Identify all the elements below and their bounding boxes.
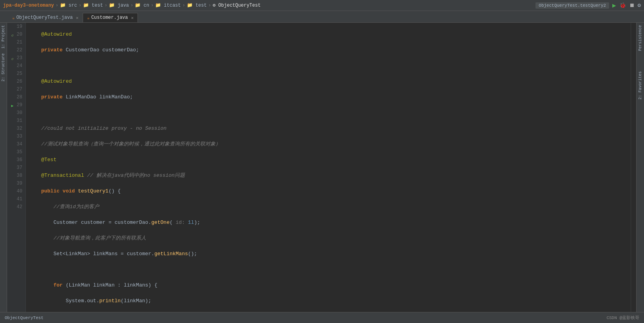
code-line-20: private CustomerDao customerDao; bbox=[29, 46, 631, 54]
ln-36: 36 bbox=[9, 156, 22, 164]
code-line-31: Customer customer = customerDao.getOne( … bbox=[29, 219, 631, 227]
ln-22: 22 bbox=[9, 46, 22, 54]
ln-33: 33 bbox=[9, 132, 22, 140]
code-line-23: private LinkManDao linkManDao; bbox=[29, 93, 631, 101]
ln-40: 40 bbox=[9, 187, 22, 195]
line-numbers: 19 ↺20 21 22 ↺23 24 25 26 27 28 ▶29 30 3… bbox=[7, 23, 26, 312]
settings-button[interactable]: ⚙ bbox=[638, 2, 641, 9]
run-button[interactable]: ▶ bbox=[612, 2, 616, 9]
ln-icon-42 bbox=[10, 204, 15, 210]
ln-icon-37 bbox=[10, 165, 15, 171]
breadcrumb: jpa-day3-onetomany › 📁 src › 📁 test › 📁 … bbox=[3, 2, 260, 8]
tabs-bar: ☕ ObjectQueryTest.java ✕ ☕ Customer.java… bbox=[0, 11, 644, 23]
ln-41: 41 bbox=[9, 195, 22, 203]
ln-icon-32 bbox=[10, 126, 15, 131]
tab-objectquerytest[interactable]: ☕ ObjectQueryTest.java ✕ bbox=[8, 13, 83, 22]
code-line-21 bbox=[29, 62, 631, 70]
code-line-25: //could not initialize proxy - no Sessio… bbox=[29, 125, 631, 132]
code-line-33: Set<LinkMan> linkMans = customer.getLink… bbox=[29, 250, 631, 258]
ln-39: 39 bbox=[9, 180, 22, 187]
tab-customer-label: Customer.java bbox=[91, 15, 128, 20]
ln-icon-34 bbox=[10, 142, 15, 147]
ln-32: 32 bbox=[9, 125, 22, 132]
ln-icon-28 bbox=[10, 94, 15, 100]
code-line-30: //查询id为1的客户 bbox=[29, 203, 631, 211]
breadcrumb-test1[interactable]: 📁 test bbox=[83, 2, 103, 8]
ln-26: 26 bbox=[9, 78, 22, 85]
status-bar: ObjectQueryTest CSDN @蓝影铁哥 bbox=[0, 312, 644, 323]
stop-button[interactable]: ⏹ bbox=[629, 2, 635, 9]
sidebar-favorites[interactable]: 2: Favorites bbox=[637, 69, 643, 102]
tab-customer[interactable]: ☕ Customer.java ✕ bbox=[83, 13, 138, 22]
ln-24: 24 bbox=[9, 62, 22, 70]
right-sidebar: Persistence 2: Favorites bbox=[636, 23, 644, 312]
code-line-27: @Test bbox=[29, 156, 631, 164]
ln-icon-19 bbox=[10, 24, 15, 29]
ln-icon-24 bbox=[10, 63, 15, 69]
ln-30: 30 bbox=[9, 109, 22, 117]
breadcrumb-itcast[interactable]: 📁 itcast bbox=[155, 2, 181, 8]
ln-icon-38 bbox=[10, 173, 15, 178]
left-sidebar: 1: Project 2: Structure bbox=[0, 23, 7, 312]
ln-icon-22 bbox=[10, 47, 15, 53]
tab-customer-close[interactable]: ✕ bbox=[131, 15, 134, 20]
ln-icon-27 bbox=[10, 87, 15, 92]
breadcrumb-java[interactable]: 📁 java bbox=[109, 2, 129, 8]
code-line-29: public void testQuery1() { bbox=[29, 187, 631, 195]
ln-icon-23: ↺ bbox=[10, 55, 15, 61]
breadcrumb-test2[interactable]: 📁 test bbox=[187, 2, 207, 8]
ln-37: 37 bbox=[9, 164, 22, 172]
tab-objectquerytest-close[interactable]: ✕ bbox=[76, 15, 79, 20]
breadcrumb-cn[interactable]: 📁 cn bbox=[135, 2, 149, 8]
code-line-24 bbox=[29, 109, 631, 117]
debug-button[interactable]: 🐞 bbox=[619, 2, 626, 9]
code-line-26: //测试对象导航查询（查询一个对象的时候，通过此对象查询所有的关联对象） bbox=[29, 140, 631, 148]
ln-38: 38 bbox=[9, 172, 22, 180]
status-author: CSDN @蓝影铁哥 bbox=[606, 315, 639, 321]
ln-34: 34 bbox=[9, 140, 22, 148]
ln-icon-25 bbox=[10, 71, 15, 76]
ln-icon-35 bbox=[10, 149, 15, 155]
breadcrumb-class[interactable]: ⚙ ObjectQueryTest bbox=[213, 2, 260, 8]
ln-23: ↺23 bbox=[9, 54, 22, 62]
sidebar-structure[interactable]: 2: Structure bbox=[0, 51, 6, 84]
code-line-22: @Autowired bbox=[29, 78, 631, 85]
ln-29: ▶29 bbox=[9, 101, 22, 109]
ln-icon-40 bbox=[10, 189, 15, 194]
ln-20: ↺20 bbox=[9, 31, 22, 38]
ln-icon-36 bbox=[10, 157, 15, 163]
ln-icon-39 bbox=[10, 181, 15, 186]
ln-icon-41 bbox=[10, 196, 15, 202]
ln-icon-21 bbox=[10, 40, 15, 45]
ln-icon-29[interactable]: ▶ bbox=[10, 102, 15, 108]
ln-31: 31 bbox=[9, 117, 22, 125]
top-right-controls: ObjectQueryTest.testQuery2 ▶ 🐞 ⏹ ⚙ bbox=[535, 2, 641, 9]
ln-icon-31 bbox=[10, 118, 15, 123]
ln-icon-30 bbox=[10, 110, 15, 116]
ln-21: 21 bbox=[9, 38, 22, 46]
code-line-19: @Autowired bbox=[29, 31, 631, 38]
code-line-32: //对象导航查询，此客户下的所有联系人 bbox=[29, 234, 631, 242]
tab-java-icon2: ☕ bbox=[87, 15, 90, 20]
breadcrumb-project[interactable]: jpa-day3-onetomany bbox=[3, 3, 54, 8]
ln-icon-20: ↺ bbox=[10, 32, 15, 37]
ln-icon-26 bbox=[10, 79, 15, 84]
config-dropdown[interactable]: ObjectQueryTest.testQuery2 bbox=[535, 2, 609, 9]
tab-objectquerytest-label: ObjectQueryTest.java bbox=[16, 15, 73, 20]
ln-icon-33 bbox=[10, 134, 15, 139]
status-class-name: ObjectQueryTest bbox=[5, 316, 43, 320]
code-line-35: for (LinkMan linkMan : linkMans) { bbox=[29, 281, 631, 289]
code-editor[interactable]: 19 ↺20 21 22 ↺23 24 25 26 27 28 ▶29 30 3… bbox=[7, 23, 631, 312]
ln-42: 42 bbox=[9, 203, 22, 211]
code-line-34 bbox=[29, 266, 631, 274]
sidebar-persistence[interactable]: Persistence bbox=[637, 23, 643, 53]
ln-19: 19 bbox=[9, 23, 22, 31]
sidebar-project[interactable]: 1: Project bbox=[0, 23, 6, 51]
ln-28: 28 bbox=[9, 93, 22, 101]
right-gutter bbox=[631, 23, 636, 312]
code-content[interactable]: @Autowired private CustomerDao customerD… bbox=[26, 23, 631, 312]
ln-35: 35 bbox=[9, 148, 22, 156]
breadcrumb-src[interactable]: 📁 src bbox=[60, 2, 77, 8]
main-layout: 1: Project 2: Structure 19 ↺20 21 22 ↺23… bbox=[0, 23, 644, 312]
code-line-36: System.out.println(linkMan); bbox=[29, 297, 631, 305]
